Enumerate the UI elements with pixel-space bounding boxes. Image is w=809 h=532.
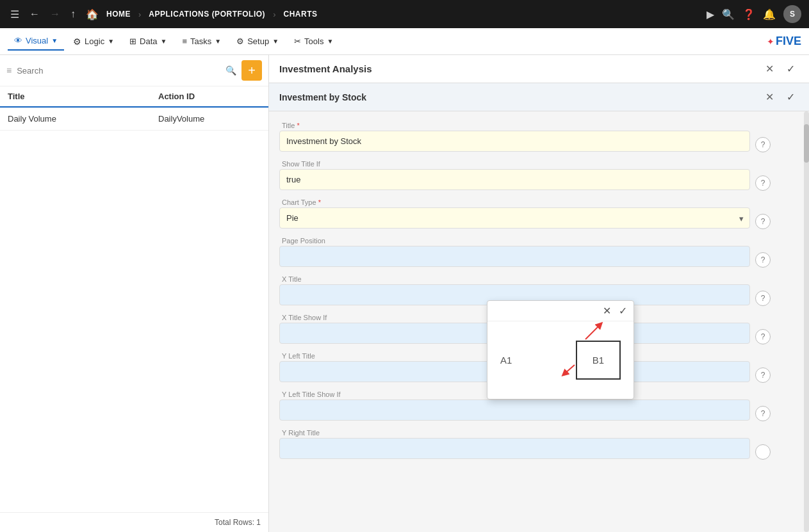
main-panel-close-button[interactable]: ✕ bbox=[762, 61, 778, 76]
help-y-right-title-button[interactable] bbox=[755, 444, 771, 460]
field-title-label: Title * bbox=[279, 122, 750, 129]
search-nav-icon[interactable]: 🔍 bbox=[722, 8, 735, 20]
tab-visual-label: Visual bbox=[26, 36, 48, 45]
help-show-title-button[interactable]: ? bbox=[755, 175, 771, 191]
filter-icon[interactable]: ≡ bbox=[6, 65, 12, 76]
bell-icon[interactable]: 🔔 bbox=[763, 8, 776, 20]
sub-panel-title: Investment by Stock bbox=[279, 92, 762, 102]
tasks-icon: ≡ bbox=[182, 36, 187, 46]
field-show-title-label: Show Title If bbox=[279, 160, 750, 168]
field-y-right-title-label: Y Right Title bbox=[279, 429, 750, 437]
field-row-title: Title * ? bbox=[279, 122, 771, 152]
sub-panel-close-button[interactable]: ✕ bbox=[762, 90, 778, 104]
chart-type-select-wrap: Pie Bar Line Area ▾ bbox=[279, 207, 750, 229]
sub-panel-header-actions: ✕ ✓ bbox=[762, 90, 799, 104]
tasks-dropdown-icon[interactable]: ▼ bbox=[215, 38, 221, 45]
form-content: Title * ? Show Title If ? Chart Type * bbox=[269, 111, 809, 532]
main-panel-header: Investment Analysis ✕ ✓ bbox=[269, 55, 809, 83]
tooltip-header: ✕ ✓ bbox=[487, 301, 633, 321]
show-title-if-input[interactable] bbox=[279, 169, 750, 190]
field-title: Title * bbox=[279, 122, 750, 152]
help-nav-icon[interactable]: ❓ bbox=[742, 8, 755, 20]
setup-dropdown-icon[interactable]: ▼ bbox=[272, 38, 279, 45]
vertical-scrollbar[interactable] bbox=[804, 111, 809, 532]
tab-visual[interactable]: 👁 Visual ▼ bbox=[8, 32, 64, 51]
tab-tasks-label: Tasks bbox=[190, 36, 211, 46]
help-x-title-button[interactable]: ? bbox=[755, 291, 771, 306]
sub-panel-confirm-button[interactable]: ✓ bbox=[783, 90, 799, 104]
tab-logic-label: Logic bbox=[85, 36, 104, 46]
add-button[interactable]: + bbox=[241, 60, 262, 81]
search-icon[interactable]: 🔍 bbox=[225, 65, 236, 76]
breadcrumb-sep-2: › bbox=[273, 10, 275, 19]
sidebar-footer: Total Rows: 1 bbox=[0, 512, 268, 532]
sidebar: ≡ 🔍 + Title Action ID Daily Volume Daily… bbox=[0, 55, 269, 532]
main-panel-header-actions: ✕ ✓ bbox=[762, 61, 799, 76]
field-x-title-label: X Title bbox=[279, 275, 750, 283]
sidebar-search-bar: ≡ 🔍 + bbox=[0, 55, 268, 86]
tab-tools-label: Tools bbox=[304, 36, 323, 46]
field-chart-type-label: Chart Type * bbox=[279, 198, 750, 206]
breadcrumb-sep-1: › bbox=[138, 10, 141, 19]
tab-setup[interactable]: ⚙ Setup ▼ bbox=[230, 33, 285, 50]
tab-tasks[interactable]: ≡ Tasks ▼ bbox=[176, 33, 227, 50]
search-input[interactable] bbox=[17, 66, 220, 76]
tooltip-cell-b-container: B1 bbox=[576, 341, 621, 380]
help-page-position-button[interactable]: ? bbox=[755, 252, 771, 268]
field-show-title: Show Title If bbox=[279, 160, 750, 190]
help-x-title-show-if-button[interactable]: ? bbox=[755, 329, 771, 344]
content-panel: Investment Analysis ✕ ✓ Investment by St… bbox=[269, 55, 809, 532]
breadcrumb-apps[interactable]: APPLICATIONS (PORTFOLIO) bbox=[149, 10, 265, 19]
forward-icon[interactable]: → bbox=[47, 6, 63, 22]
help-title-button[interactable]: ? bbox=[755, 137, 771, 152]
y-right-title-input[interactable] bbox=[279, 438, 750, 459]
help-y-left-title-show-if-button[interactable]: ? bbox=[755, 406, 771, 421]
row-action-id: DailyVolume bbox=[158, 114, 261, 124]
main-panel-confirm-button[interactable]: ✓ bbox=[783, 61, 799, 76]
logic-dropdown-icon[interactable]: ▼ bbox=[108, 38, 114, 45]
title-input[interactable] bbox=[279, 131, 750, 152]
field-chart-type: Chart Type * Pie Bar Line Area ▾ bbox=[279, 198, 750, 229]
home-icon[interactable]: 🏠 bbox=[83, 6, 101, 23]
field-y-right-title: Y Right Title bbox=[279, 429, 750, 459]
svg-line-1 bbox=[564, 365, 575, 374]
breadcrumb-home[interactable]: HOME bbox=[106, 10, 131, 19]
page-position-input[interactable] bbox=[279, 246, 750, 267]
data-dropdown-icon[interactable]: ▼ bbox=[161, 38, 167, 45]
visual-dropdown-icon[interactable]: ▼ bbox=[51, 37, 58, 44]
field-row-show-title: Show Title If ? bbox=[279, 160, 771, 191]
tools-icon: ✂ bbox=[294, 36, 301, 46]
field-row-page-position: Page Position ? bbox=[279, 237, 771, 268]
row-title: Daily Volume bbox=[8, 114, 158, 124]
tab-tools[interactable]: ✂ Tools ▼ bbox=[288, 33, 339, 50]
play-icon[interactable]: ▶ bbox=[707, 8, 714, 20]
sidebar-header: Title Action ID bbox=[0, 86, 268, 108]
tooltip-cell-b: B1 bbox=[592, 355, 604, 366]
menu-icon[interactable]: ☰ bbox=[8, 6, 22, 23]
tooltip-confirm-button[interactable]: ✓ bbox=[619, 305, 627, 317]
tab-data[interactable]: ⊞ Data ▼ bbox=[123, 33, 173, 50]
field-page-position: Page Position bbox=[279, 237, 750, 267]
help-chart-type-button[interactable]: ? bbox=[755, 214, 771, 229]
up-icon[interactable]: ↑ bbox=[68, 6, 78, 22]
tools-dropdown-icon[interactable]: ▼ bbox=[327, 38, 333, 45]
back-icon[interactable]: ← bbox=[27, 6, 42, 22]
table-row[interactable]: Daily Volume DailyVolume bbox=[0, 108, 268, 131]
top-nav: ☰ ← → ↑ 🏠 HOME › APPLICATIONS (PORTFOLIO… bbox=[0, 0, 809, 28]
y-left-title-show-if-input[interactable] bbox=[279, 399, 750, 421]
tooltip-close-button[interactable]: ✕ bbox=[603, 305, 611, 317]
col-actionid-header: Action ID bbox=[158, 92, 261, 101]
required-marker: * bbox=[297, 122, 299, 129]
required-marker-2: * bbox=[318, 198, 321, 206]
avatar[interactable]: S bbox=[783, 5, 801, 23]
help-y-left-title-button[interactable]: ? bbox=[755, 367, 771, 383]
total-rows-label: Total Rows: 1 bbox=[215, 518, 261, 527]
tooltip-cell-a: A1 bbox=[500, 355, 512, 366]
field-row-y-right-title: Y Right Title bbox=[279, 429, 771, 460]
eye-icon: 👁 bbox=[14, 36, 22, 45]
scrollbar-thumb[interactable] bbox=[804, 124, 809, 163]
tooltip-body: A1 bbox=[487, 321, 633, 399]
breadcrumb-charts[interactable]: CHARTS bbox=[283, 10, 317, 19]
tab-logic[interactable]: ⚙ Logic ▼ bbox=[67, 33, 120, 51]
chart-type-select[interactable]: Pie Bar Line Area bbox=[279, 207, 750, 229]
